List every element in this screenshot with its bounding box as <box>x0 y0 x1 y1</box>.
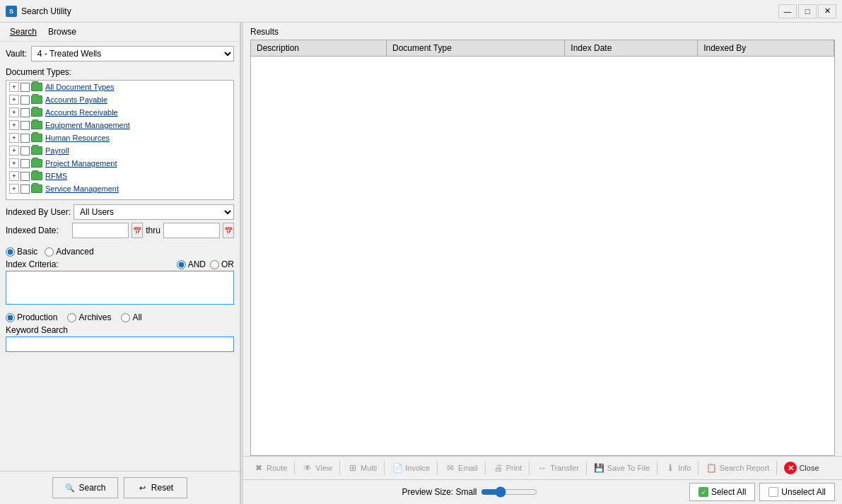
production-radio-label[interactable]: Production <box>6 312 57 322</box>
reset-button[interactable]: ↩ Reset <box>124 477 187 498</box>
tree-checkbox[interactable] <box>21 172 30 181</box>
tree-item-label[interactable]: Human Resources <box>45 134 110 142</box>
info-button[interactable]: ℹ Info <box>660 460 695 476</box>
data-source-row: Production Archives All <box>0 310 240 325</box>
doc-types-label: Document Types: <box>0 66 240 78</box>
basic-radio[interactable] <box>6 247 15 257</box>
results-table-container[interactable]: Description Document Type Index Date Ind… <box>250 40 835 456</box>
search-button[interactable]: 🔍 Search <box>52 477 117 498</box>
tree-expand-btn[interactable]: + <box>9 95 19 105</box>
all-radio-label[interactable]: All <box>121 312 141 322</box>
email-button[interactable]: ✉ Email <box>440 460 482 476</box>
close-button[interactable]: ✕ Close <box>780 459 823 476</box>
toolbar-sep-10 <box>776 461 777 475</box>
multi-button[interactable]: ⊞ Multi <box>343 460 381 476</box>
search-button-icon: 🔍 <box>64 482 76 493</box>
tree-item[interactable]: +Project Management <box>6 157 233 170</box>
tree-expand-btn[interactable]: + <box>9 120 19 130</box>
production-radio[interactable] <box>6 313 15 322</box>
tree-checkbox[interactable] <box>21 108 30 117</box>
tree-item[interactable]: +Accounts Payable <box>6 93 233 106</box>
menu-browse[interactable]: Browse <box>44 25 81 38</box>
all-radio[interactable] <box>121 313 130 322</box>
tree-checkbox[interactable] <box>21 184 30 194</box>
transfer-button[interactable]: ↔ Transfer <box>532 460 583 476</box>
tree-expand-btn[interactable]: + <box>9 158 19 168</box>
tree-item[interactable]: +Payroll <box>6 144 233 157</box>
maximize-button[interactable]: □ <box>798 4 817 18</box>
preview-slider[interactable] <box>481 486 537 498</box>
tree-expand-btn[interactable]: + <box>9 82 19 92</box>
status-center: Preview Size: Small <box>402 486 537 498</box>
basic-radio-label[interactable]: Basic <box>6 247 37 257</box>
tree-item[interactable]: +Accounts Receivable <box>6 106 233 119</box>
tree-item[interactable]: +RFMS <box>6 170 233 182</box>
tree-checkbox[interactable] <box>21 159 30 168</box>
toolbar-sep-3 <box>384 461 385 475</box>
search-type-row: Basic Advanced <box>0 244 240 259</box>
results-table: Description Document Type Index Date Ind… <box>251 40 834 57</box>
tree-item-label[interactable]: Accounts Receivable <box>45 108 118 117</box>
tree-checkbox[interactable] <box>21 146 30 156</box>
keyword-input[interactable] <box>6 336 234 352</box>
route-button[interactable]: ✖ Route <box>249 460 291 476</box>
status-bar: Preview Size: Small ✓ Select All Unselec… <box>243 479 842 504</box>
tree-item-label[interactable]: Service Management <box>45 184 119 193</box>
tree-expand-btn[interactable]: + <box>9 133 19 143</box>
view-button[interactable]: 👁 View <box>298 460 337 476</box>
doc-types-tree[interactable]: +All Document Types+Accounts Payable+Acc… <box>6 80 234 200</box>
tree-item-label[interactable]: Equipment Management <box>45 121 130 129</box>
tree-checkbox[interactable] <box>21 83 30 92</box>
calendar-to-button[interactable]: 📅 <box>223 223 234 238</box>
tree-checkbox[interactable] <box>21 134 30 143</box>
select-all-button[interactable]: ✓ Select All <box>689 483 755 501</box>
route-icon: ✖ <box>253 462 264 474</box>
and-radio-label[interactable]: AND <box>177 259 206 269</box>
title-bar-controls: — □ ✕ <box>778 4 836 18</box>
save-to-file-button[interactable]: 💾 Save To File <box>590 460 654 476</box>
invoice-button[interactable]: 📄 Invoice <box>387 460 434 476</box>
tree-item[interactable]: +Human Resources <box>6 131 233 144</box>
vault-select[interactable]: 4 - Treated Wells <box>31 46 234 61</box>
reset-button-label: Reset <box>151 483 173 493</box>
tree-item[interactable]: +All Document Types <box>6 81 233 93</box>
search-report-button[interactable]: 📋 Search Report <box>701 460 773 476</box>
print-button[interactable]: 🖨 Print <box>489 460 527 476</box>
indexed-date-to[interactable] <box>163 223 220 238</box>
tree-checkbox[interactable] <box>21 121 30 130</box>
tree-item-label[interactable]: RFMS <box>45 172 67 180</box>
reset-button-icon: ↩ <box>137 482 148 493</box>
tree-folder-icon <box>31 159 42 168</box>
tree-checkbox[interactable] <box>21 95 30 105</box>
tree-expand-btn[interactable]: + <box>9 171 19 181</box>
or-radio[interactable] <box>210 260 219 269</box>
route-label: Route <box>267 464 287 472</box>
tree-item-label[interactable]: All Document Types <box>45 83 115 91</box>
col-index-date: Index Date <box>565 40 698 57</box>
title-bar-left: S Search Utility <box>6 6 71 17</box>
advanced-radio[interactable] <box>45 247 54 257</box>
menu-search[interactable]: Search <box>6 25 41 38</box>
tree-expand-btn[interactable]: + <box>9 146 19 156</box>
tree-expand-btn[interactable]: + <box>9 107 19 117</box>
unselect-all-button[interactable]: Unselect All <box>759 483 835 501</box>
calendar-from-button[interactable]: 📅 <box>131 223 143 238</box>
indexed-by-user-select[interactable]: All Users <box>74 204 234 220</box>
minimize-button[interactable]: — <box>778 4 797 18</box>
tree-item-label[interactable]: Payroll <box>45 146 69 155</box>
indexed-date-row: Indexed Date: 📅 thru 📅 <box>6 223 234 238</box>
tree-expand-btn[interactable]: + <box>9 184 19 194</box>
window-close-button[interactable]: ✕ <box>818 4 836 18</box>
advanced-radio-label[interactable]: Advanced <box>45 247 93 257</box>
or-radio-label[interactable]: OR <box>210 259 234 269</box>
tree-item[interactable]: +Service Management <box>6 182 233 195</box>
indexed-date-from[interactable] <box>72 223 129 238</box>
tree-item[interactable]: +Equipment Management <box>6 119 233 131</box>
archives-radio-label[interactable]: Archives <box>67 312 111 322</box>
tree-item-label[interactable]: Project Management <box>45 159 117 168</box>
index-criteria-input[interactable] <box>6 271 234 305</box>
archives-radio[interactable] <box>67 313 76 322</box>
print-label: Print <box>506 464 522 472</box>
tree-item-label[interactable]: Accounts Payable <box>45 95 107 104</box>
and-radio[interactable] <box>177 260 186 269</box>
